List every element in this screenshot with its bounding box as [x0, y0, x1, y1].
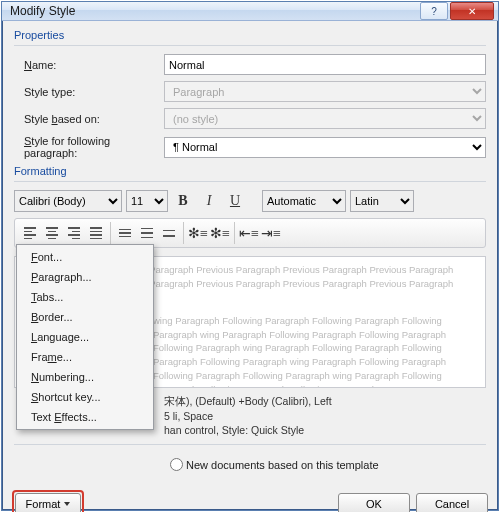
menu-numbering[interactable]: Numbering... [17, 367, 153, 387]
format-button[interactable]: Format [15, 493, 81, 512]
new-documents-radio[interactable]: New documents based on this template [164, 458, 484, 471]
menu-paragraph[interactable]: Paragraph... [17, 267, 153, 287]
font-color-select[interactable]: Automatic [262, 190, 346, 212]
following-label: Style for following paragraph: [14, 135, 164, 159]
format-menu: Font... Paragraph... Tabs... Border... L… [16, 244, 154, 430]
style-type-select: Paragraph [164, 81, 486, 102]
font-toolbar: Calibri (Body) 11 B I U Automatic Latin [14, 190, 486, 212]
based-on-select: (no style) [164, 108, 486, 129]
dialog-footer: Format OK Cancel [2, 484, 498, 512]
indent-decrease-button[interactable]: ⇤≡ [238, 222, 260, 244]
properties-group-label: Properties [14, 29, 486, 41]
indent-increase-button[interactable]: ⇥≡ [260, 222, 282, 244]
script-select[interactable]: Latin [350, 190, 414, 212]
justify-button[interactable] [85, 223, 107, 243]
menu-tabs[interactable]: Tabs... [17, 287, 153, 307]
divider [234, 222, 235, 244]
format-button-highlight: Format [12, 490, 84, 512]
help-button[interactable]: ? [420, 2, 448, 20]
menu-shortcut[interactable]: Shortcut key... [17, 387, 153, 407]
window-title: Modify Style [10, 4, 418, 18]
divider [14, 181, 486, 182]
divider [14, 444, 486, 445]
dialog-body: Properties Name: Style type: Paragraph S… [2, 21, 498, 484]
close-button[interactable]: ✕ [450, 2, 494, 20]
align-center-button[interactable] [41, 223, 63, 243]
name-input[interactable] [164, 54, 486, 75]
space-before-dec-button[interactable]: ✻≡ [209, 222, 231, 244]
underline-button[interactable]: U [224, 190, 246, 212]
align-left-button[interactable] [19, 223, 41, 243]
based-on-label: Style based on: [14, 113, 164, 125]
line-spacing-1-button[interactable] [114, 223, 136, 243]
menu-frame[interactable]: Frame... [17, 347, 153, 367]
font-size-select[interactable]: 11 [126, 190, 168, 212]
line-spacing-2-button[interactable] [158, 223, 180, 243]
font-family-select[interactable]: Calibri (Body) [14, 190, 122, 212]
following-select[interactable]: ¶ Normal [164, 137, 486, 158]
titlebar: Modify Style ? ✕ [2, 2, 498, 21]
style-type-label: Style type: [14, 86, 164, 98]
formatting-group-label: Formatting [14, 165, 486, 177]
menu-font[interactable]: Font... [17, 247, 153, 267]
italic-button[interactable]: I [198, 190, 220, 212]
menu-text-effects[interactable]: Text Effects... [17, 407, 153, 427]
ok-button[interactable]: OK [338, 493, 410, 512]
name-label: Name: [14, 59, 164, 71]
divider [14, 45, 486, 46]
space-before-inc-button[interactable]: ✻≡ [187, 222, 209, 244]
divider [183, 222, 184, 244]
cancel-button[interactable]: Cancel [416, 493, 488, 512]
align-right-button[interactable] [63, 223, 85, 243]
line-spacing-15-button[interactable] [136, 223, 158, 243]
modify-style-dialog: Modify Style ? ✕ Properties Name: Style … [1, 1, 499, 511]
chevron-down-icon [64, 502, 70, 506]
menu-border[interactable]: Border... [17, 307, 153, 327]
divider [110, 222, 111, 244]
menu-language[interactable]: Language... [17, 327, 153, 347]
options-area: New documents based on this template [14, 453, 486, 471]
bold-button[interactable]: B [172, 190, 194, 212]
